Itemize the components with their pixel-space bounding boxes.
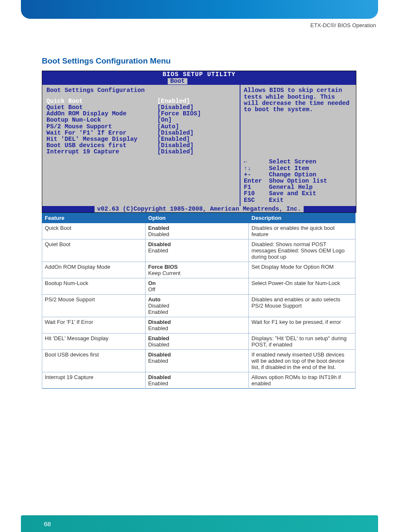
bios-item[interactable]: PS/2 Mouse Support[Auto] (46, 124, 235, 130)
table-row: Bootup Num-LockOnOffSelect Power-On stat… (42, 278, 356, 295)
bios-item[interactable]: Quiet Boot[Disabled] (46, 104, 235, 111)
option-other: Off (148, 286, 246, 293)
doc-header-label: ETX-DC®/ BIOS Operation (310, 22, 376, 28)
bios-title: BIOS SETUP UTILITY (42, 71, 356, 78)
bios-footer: v02.63 (C)Copyright 1985-2008, American … (42, 206, 356, 212)
bios-item-label: AddOn ROM Display Mode (46, 111, 157, 117)
bios-left-pane: Boot Settings Configuration Quick Boot[E… (42, 85, 240, 206)
bios-tabbar: Boot (42, 78, 356, 85)
bios-item-label: Quick Boot (46, 98, 157, 104)
option-default: Disabled (148, 351, 246, 358)
bios-item-label: Boot USB devices first (46, 143, 157, 149)
bios-item[interactable]: Hit 'DEL' Message Display[Enabled] (46, 136, 235, 143)
bios-nav-label: General Help (269, 184, 312, 191)
cell-feature: Boot USB devices first (42, 350, 146, 372)
bios-item-value: [Disabled] (157, 143, 194, 149)
bios-nav-label: Change Option (269, 172, 316, 178)
bios-nav-item: ESCExit (244, 197, 353, 204)
option-default: Disabled (148, 319, 246, 325)
cell-description: If enabled newly inserted USB devices wi… (249, 350, 356, 372)
cell-option: DisabledEnabled (146, 317, 249, 333)
option-other: Disabled (148, 341, 246, 348)
bios-item-label: PS/2 Mouse Support (46, 124, 157, 130)
cell-feature: Quick Boot (42, 223, 146, 239)
option-other: Enabled (148, 325, 246, 331)
bios-item-value: [Enabled] (157, 98, 190, 104)
bios-item-value: [Disabled] (157, 130, 194, 136)
bios-nav-key: +- (244, 172, 269, 178)
bios-item-label: Bootup Num-Lock (46, 117, 157, 123)
cell-feature: Interrupt 19 Capture (42, 372, 146, 389)
section-title: Boot Settings Configuration Menu (42, 56, 357, 66)
cell-option: Force BIOSKeep Current (146, 262, 249, 278)
bios-item-value: [Enabled] (157, 136, 190, 143)
cell-description: Wait for F1 key to be pressed, if error (249, 317, 356, 333)
top-banner (21, 0, 378, 19)
option-other: Enabled (148, 358, 246, 364)
table-row: Hit 'DEL' Message DisplayEnabledDisabled… (42, 333, 356, 350)
col-header-option: Option (146, 213, 249, 223)
bios-item-label: Hit 'DEL' Message Display (46, 136, 157, 143)
cell-option: DisabledEnabled (146, 239, 249, 262)
cell-description: Disables and enables or auto selects PS/… (249, 295, 356, 317)
cell-option: EnabledDisabled (146, 223, 249, 239)
bios-item-label: Quiet Boot (46, 104, 157, 111)
table-row: Quick BootEnabledDisabledDisables or ena… (42, 223, 356, 239)
option-default: On (148, 280, 246, 286)
bios-item[interactable]: Boot USB devices first[Disabled] (46, 143, 235, 149)
cell-feature: Wait For 'F1' If Error (42, 317, 146, 333)
cell-option: EnabledDisabled (146, 333, 249, 350)
bios-nav-item: +-Change Option (244, 172, 353, 178)
bios-nav-label: Save and Exit (269, 191, 316, 197)
bios-item[interactable]: AddOn ROM Display Mode[Force BIOS] (46, 111, 235, 117)
option-default: Enabled (148, 225, 246, 231)
bios-item[interactable]: Quick Boot[Enabled] (46, 98, 235, 104)
cell-feature: Bootup Num-Lock (42, 278, 146, 295)
bios-item-value: [Disabled] (157, 104, 194, 111)
cell-feature: PS/2 Mouse Support (42, 295, 146, 317)
col-header-description: Description (249, 213, 356, 223)
bios-item-value: [Disabled] (157, 149, 194, 155)
bios-nav-item: ↑↓Select Item (244, 165, 353, 172)
bios-screenshot: BIOS SETUP UTILITY Boot Boot Settings Co… (42, 71, 356, 213)
table-row: Quiet BootDisabledEnabledDisabled: Shows… (42, 239, 356, 262)
cell-description: Set Display Mode for Option ROM (249, 262, 356, 278)
bios-item[interactable]: Wait For 'F1' If Error[Disabled] (46, 130, 235, 136)
bios-nav-label: Show Option list (269, 178, 327, 184)
cell-feature: AddOn ROM Display Mode (42, 262, 146, 278)
bios-item-value: [On] (157, 117, 172, 123)
bios-nav-item: F1General Help (244, 184, 353, 191)
cell-option: DisabledEnabled (146, 350, 249, 372)
cell-description: Disables or enables the quick boot featu… (249, 223, 356, 239)
option-default: Disabled (148, 241, 246, 247)
cell-description: Select Power-On state for Num-Lock (249, 278, 356, 295)
bios-nav-key: ↑↓ (244, 165, 269, 172)
bios-right-pane: Allows BIOS to skip certain tests while … (240, 85, 356, 206)
option-default: Force BIOS (148, 264, 246, 270)
option-other: Enabled (148, 247, 246, 254)
cell-description: Displays: "Hit 'DEL' to run setup" durin… (249, 333, 356, 350)
bios-nav-key: ESC (244, 197, 269, 204)
bios-item-label: Wait For 'F1' If Error (46, 130, 157, 136)
bios-item[interactable]: Interrupt 19 Capture[Disabled] (46, 149, 235, 155)
option-default: Disabled (148, 374, 246, 380)
option-other: Enabled (148, 380, 246, 387)
page-number: 68 (44, 520, 51, 527)
table-row: Boot USB devices firstDisabledEnabledIf … (42, 350, 356, 372)
table-row: Wait For 'F1' If ErrorDisabledEnabledWai… (42, 317, 356, 333)
option-default: Auto (148, 296, 246, 303)
cell-option: AutoDisabledEnabled (146, 295, 249, 317)
cell-feature: Quiet Boot (42, 239, 146, 262)
feature-table: Feature Option Description Quick BootEna… (42, 213, 356, 389)
cell-description: Allows option ROMs to trap INT19h if ena… (249, 372, 356, 389)
bios-tab-boot[interactable]: Boot (168, 78, 187, 84)
cell-option: OnOff (146, 278, 249, 295)
bios-help-text: Allows BIOS to skip certain tests while … (244, 87, 353, 113)
bios-item[interactable]: Bootup Num-Lock[On] (46, 117, 235, 123)
bios-nav-key: Enter (244, 178, 269, 184)
option-other: Keep Current (148, 270, 246, 276)
option-other: Disabled (148, 303, 246, 309)
cell-description: Disabled: Shows normal POST messages Ena… (249, 239, 356, 262)
bios-nav-label: Exit (269, 197, 284, 204)
col-header-feature: Feature (42, 213, 146, 223)
